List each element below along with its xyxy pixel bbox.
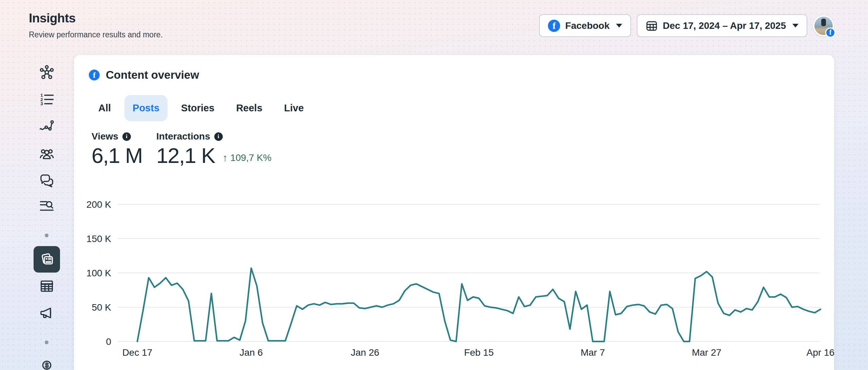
- info-icon[interactable]: i: [214, 132, 223, 141]
- header-controls: f Facebook Dec 17, 2024 – Apr 17, 2025 f: [539, 14, 834, 37]
- page-header: Insights Review performance results and …: [29, 11, 163, 39]
- content-search-icon: [38, 197, 55, 214]
- interactions-label: Interactions: [156, 131, 210, 142]
- date-range-button[interactable]: Dec 17, 2024 – Apr 17, 2025: [637, 14, 807, 37]
- svg-text:0: 0: [106, 336, 111, 347]
- platform-selector-button[interactable]: f Facebook: [539, 14, 631, 37]
- tab-posts[interactable]: Posts: [124, 95, 167, 121]
- interactions-value: 12,1 K: [156, 143, 215, 168]
- calendar-icon: [646, 20, 658, 32]
- svg-text:50 K: 50 K: [92, 302, 111, 313]
- sidebar-item-audience[interactable]: [34, 141, 60, 167]
- ordered-list-icon: 1 2 3: [38, 91, 55, 108]
- chevron-down-icon: [616, 24, 622, 27]
- arrow-up-icon: ↑: [222, 152, 228, 164]
- tab-live[interactable]: Live: [276, 95, 312, 121]
- hub-icon: [38, 64, 55, 81]
- sidebar-divider-dot: [45, 234, 48, 237]
- svg-text:Apr 16: Apr 16: [807, 347, 834, 358]
- tab-stories[interactable]: Stories: [173, 95, 222, 121]
- svg-text:Mar 7: Mar 7: [580, 347, 605, 358]
- svg-text:Jan 6: Jan 6: [240, 347, 263, 358]
- interactions-trend: ↑ 109,7 K%: [222, 152, 271, 168]
- facebook-logo-icon: f: [89, 70, 100, 80]
- chevron-down-icon: [792, 24, 798, 27]
- svg-text:Feb 15: Feb 15: [464, 347, 494, 358]
- messages-icon: [38, 171, 55, 188]
- sidebar-item-content-search[interactable]: [34, 192, 60, 219]
- facebook-logo-icon: f: [548, 20, 560, 32]
- megaphone-icon: [38, 304, 55, 321]
- content-overview-card: f Content overview All Posts Stories Ree…: [74, 55, 834, 370]
- tab-all[interactable]: All: [90, 95, 119, 121]
- page-subtitle: Review performance results and more.: [29, 30, 163, 39]
- sidebar-item-ordered-list[interactable]: 1 2 3: [34, 86, 60, 113]
- sidebar-item-megaphone[interactable]: [34, 300, 60, 326]
- audience-icon: [38, 145, 55, 162]
- views-label: Views: [92, 131, 118, 142]
- trends-icon: [38, 117, 55, 134]
- date-range-label: Dec 17, 2024 – Apr 17, 2025: [663, 20, 786, 31]
- sidebar-item-hub[interactable]: [34, 59, 60, 86]
- platform-selector-label: Facebook: [565, 20, 610, 31]
- svg-text:$: $: [45, 362, 49, 369]
- sidebar-item-trends[interactable]: [34, 113, 60, 139]
- sidebar-item-messages[interactable]: [34, 166, 60, 193]
- svg-text:Jan 26: Jan 26: [351, 347, 379, 358]
- views-line-chart[interactable]: 050 K100 K150 K200 KDec 17Jan 6Jan 26Feb…: [74, 198, 834, 367]
- profile-menu[interactable]: f: [813, 15, 834, 36]
- metric-interactions: Interactions i 12,1 K ↑ 109,7 K%: [156, 131, 272, 168]
- svg-text:150 K: 150 K: [86, 234, 111, 244]
- sidebar-item-content[interactable]: [34, 246, 60, 273]
- sidebar-item-table[interactable]: [34, 273, 60, 299]
- svg-text:200 K: 200 K: [86, 199, 111, 210]
- sidebar-divider-dot: [45, 340, 48, 344]
- insights-page: { "page": { "title": "Insights", "subtit…: [0, 0, 868, 370]
- metric-views: Views i 6,1 M: [92, 131, 142, 168]
- svg-text:100 K: 100 K: [86, 268, 111, 278]
- svg-text:Mar 27: Mar 27: [692, 347, 721, 358]
- sidebar-item-monetization[interactable]: $: [34, 353, 60, 370]
- facebook-badge-icon: f: [825, 27, 835, 38]
- trend-value: 109,7 K%: [230, 152, 271, 163]
- card-title: Content overview: [106, 69, 199, 81]
- views-value: 6,1 M: [92, 143, 142, 168]
- info-icon[interactable]: i: [122, 132, 131, 141]
- content-icon: [38, 251, 55, 268]
- tab-reels[interactable]: Reels: [228, 95, 270, 121]
- content-type-tabs: All Posts Stories Reels Live: [90, 95, 312, 121]
- card-header: f Content overview: [89, 69, 199, 81]
- page-title: Insights: [29, 11, 163, 25]
- svg-text:Dec 17: Dec 17: [122, 347, 153, 358]
- table-icon: [38, 278, 55, 295]
- monetization-icon: $: [38, 358, 55, 370]
- svg-text:3: 3: [40, 101, 43, 106]
